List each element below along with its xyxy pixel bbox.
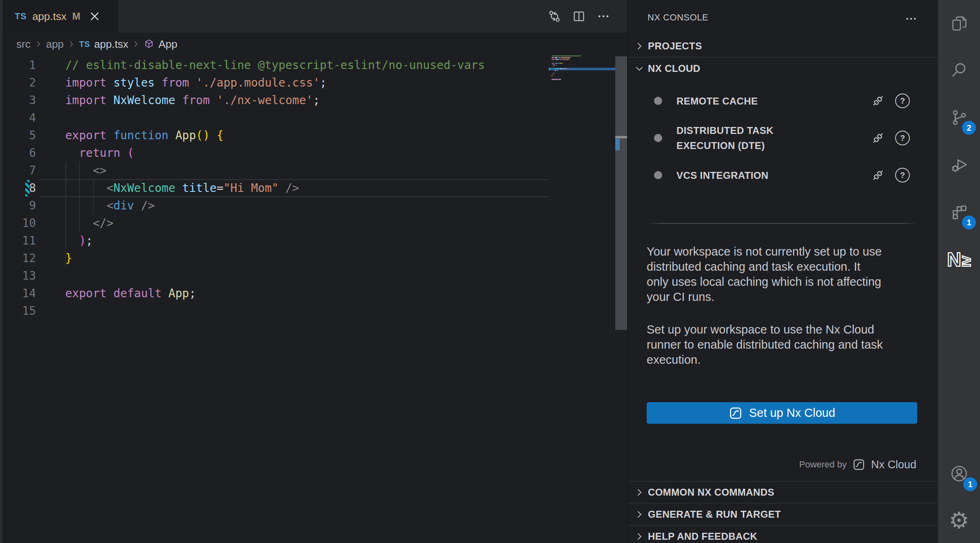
code-line[interactable]: // eslint-disable-next-line @typescript-…	[65, 56, 485, 74]
code-line[interactable]: );	[65, 232, 485, 249]
code-line[interactable]	[65, 109, 485, 127]
connect-plug-icon[interactable]	[871, 168, 885, 182]
code-line[interactable]: import NxWelcome from './nx-welcome';	[65, 91, 485, 109]
editor-actions	[547, 0, 611, 33]
section-label: COMMON NX COMMANDS	[648, 487, 774, 498]
minimap-line	[569, 59, 570, 60]
line-number: 6	[0, 144, 36, 162]
minimap-line	[556, 65, 557, 65]
setup-hint-text: Set up your workspace to use the Nx Clou…	[647, 322, 932, 367]
code-line[interactable]: <>	[65, 162, 485, 179]
nx-cloud-feature-item: DISTRIBUTED TASK EXECUTION (DTE) ?	[628, 115, 937, 161]
code-line[interactable]: import styles from './app.module.css';	[65, 74, 485, 91]
bottom-sections: COMMON NX COMMANDS GENERATE & RUN TARGET…	[628, 481, 937, 543]
close-tab-icon[interactable]	[89, 10, 101, 22]
minimap-line	[555, 63, 559, 64]
code-line[interactable]	[65, 267, 485, 285]
chevron-right-icon	[634, 487, 645, 498]
code-line[interactable]	[65, 302, 485, 320]
cloud-items: REMOTE CACHE ? DISTRIBUTED TASK EXECUTIO…	[628, 87, 937, 189]
powered-by-brand: Nx Cloud	[871, 458, 916, 471]
nx-console-icon[interactable]: N≥	[949, 249, 970, 270]
panel-section-row[interactable]: COMMON NX COMMANDS	[628, 481, 937, 503]
typescript-file-icon: TS	[79, 40, 90, 49]
line-number: 13	[0, 267, 36, 285]
help-icon[interactable]: ?	[895, 168, 910, 182]
tab-title: app.tsx	[32, 10, 67, 23]
editor-scrollbar[interactable]	[615, 0, 627, 543]
feature-actions: ?	[871, 168, 910, 182]
scrollbar-thumb[interactable]	[615, 56, 627, 330]
breadcrumb-folder[interactable]: src	[16, 38, 31, 51]
chevron-right-icon	[634, 531, 645, 542]
section-label: HELP AND FEEDBACK	[648, 531, 757, 542]
chevron-right-icon	[132, 40, 140, 48]
code-line[interactable]: }	[65, 249, 485, 267]
code-line[interactable]: <NxWelcome title="Hi Mom" />	[65, 179, 485, 197]
tab-bar: TS app.tsx M	[2, 0, 627, 33]
minimap-line	[557, 70, 558, 71]
line-number: 7	[0, 162, 36, 179]
line-number: 14	[0, 285, 36, 302]
code-line[interactable]: export default App;	[65, 285, 485, 302]
line-number: 1	[0, 56, 36, 74]
feature-actions: ?	[871, 93, 910, 108]
minimap-line	[555, 68, 559, 69]
breadcrumb-symbol[interactable]: App	[158, 38, 177, 51]
nx-cloud-feature-item: REMOTE CACHE ?	[628, 87, 937, 115]
minimap-line	[552, 57, 554, 58]
nx-logo: N≥	[947, 251, 971, 269]
panel-section-row[interactable]: GENERATE & RUN TARGET	[628, 503, 937, 525]
minimap-line	[552, 65, 555, 65]
minimap-line	[559, 57, 561, 58]
minimap-line	[560, 59, 562, 60]
feature-label: REMOTE CACHE	[676, 93, 815, 109]
connect-plug-icon[interactable]	[871, 93, 885, 108]
powered-by-row: Powered by Nx Cloud	[799, 458, 916, 471]
panel-section-row[interactable]: HELP AND FEEDBACK	[628, 525, 937, 543]
setup-button-label: Set up Nx Cloud	[749, 406, 835, 420]
code-lines[interactable]: // eslint-disable-next-line @typescript-…	[65, 56, 485, 320]
help-icon[interactable]: ?	[895, 93, 910, 108]
code-line[interactable]: export function App() {	[65, 127, 485, 144]
minimap[interactable]	[549, 51, 615, 100]
panel-header: NX CONSOLE	[628, 0, 937, 35]
line-number: 10	[0, 214, 36, 232]
accounts-badge: 1	[963, 477, 977, 491]
help-icon[interactable]: ?	[895, 131, 910, 145]
panel-more-actions-icon[interactable]	[905, 12, 918, 25]
minimap-line	[552, 59, 554, 60]
code-line[interactable]: <div />	[65, 197, 485, 214]
nx-cloud-logo-icon	[729, 406, 743, 420]
explorer-icon[interactable]	[949, 13, 970, 34]
minimap-line	[552, 56, 581, 56]
run-debug-icon[interactable]	[949, 154, 970, 176]
workspace-status-text: Your workspace is not currently set up t…	[647, 244, 932, 305]
feature-label: DISTRIBUTED TASK EXECUTION (DTE)	[676, 123, 815, 153]
activity-bar: 2 1 N≥ 1 ⚙	[937, 0, 980, 543]
powered-by-label: Powered by	[799, 459, 847, 470]
section-projects[interactable]: PROJECTS	[628, 35, 937, 57]
split-editor-icon[interactable]	[572, 9, 586, 24]
minimap-line	[552, 75, 552, 76]
line-number: 12	[0, 249, 36, 267]
open-changes-icon[interactable]	[547, 9, 562, 24]
tab-app-tsx[interactable]: TS app.tsx M	[2, 0, 118, 33]
breadcrumb-folder[interactable]: app	[46, 38, 64, 51]
minimap-line	[555, 59, 559, 60]
search-icon[interactable]	[949, 60, 970, 81]
minimap-line	[562, 59, 569, 60]
breadcrumb-file[interactable]: app.tsx	[94, 38, 129, 51]
minimap-line	[555, 57, 558, 58]
nx-console-panel: NX CONSOLE PROJECTS NX CLOUD REMOTE CACH…	[627, 0, 937, 543]
settings-gear-icon[interactable]: ⚙	[949, 510, 970, 531]
setup-nx-cloud-button[interactable]: Set up Nx Cloud	[647, 402, 917, 424]
line-number: 5	[0, 127, 36, 144]
section-nx-cloud[interactable]: NX CLOUD	[628, 58, 937, 79]
gear-glyph: ⚙	[949, 509, 969, 532]
git-modified-badge: M	[72, 11, 80, 22]
more-actions-icon[interactable]	[596, 9, 611, 24]
connect-plug-icon[interactable]	[871, 131, 885, 145]
code-line[interactable]: return (	[65, 144, 485, 162]
code-line[interactable]: </>	[65, 214, 485, 232]
